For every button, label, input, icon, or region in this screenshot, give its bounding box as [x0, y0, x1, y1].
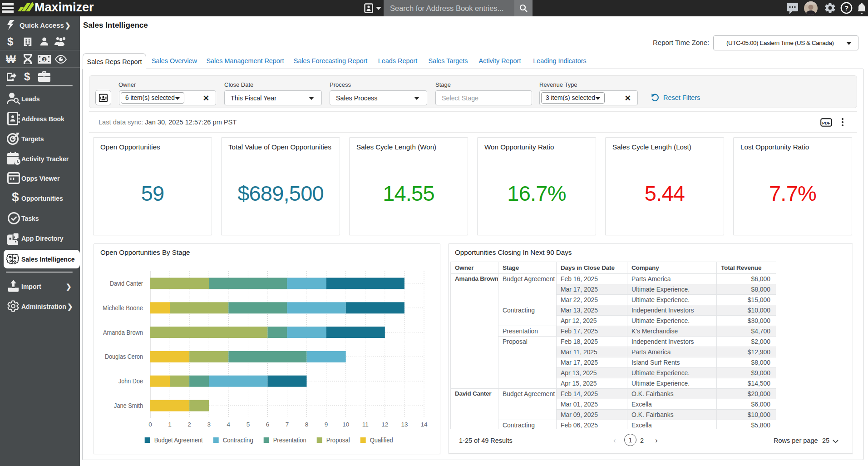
svg-text:Budget Agreement: Budget Agreement — [154, 436, 203, 444]
svg-text:13: 13 — [401, 421, 408, 428]
svg-text:11: 11 — [362, 421, 369, 428]
svg-text:Contracting: Contracting — [223, 436, 253, 444]
svg-text:Qualified: Qualified — [370, 436, 393, 444]
svg-text:PDF: PDF — [822, 121, 831, 125]
svg-text:4: 4 — [227, 421, 231, 428]
svg-text:9: 9 — [325, 421, 328, 428]
svg-text:Douglas Ceron: Douglas Ceron — [105, 353, 143, 360]
svg-text:8: 8 — [305, 421, 309, 428]
svg-text:5: 5 — [247, 421, 250, 428]
svg-text:3: 3 — [207, 421, 211, 428]
svg-text:14: 14 — [420, 421, 428, 428]
svg-text:6: 6 — [266, 421, 270, 428]
svg-text:?: ? — [844, 4, 848, 12]
svg-text:Michelle Boone: Michelle Boone — [103, 304, 143, 312]
svg-text:Jane Smith: Jane Smith — [114, 402, 143, 409]
svg-text:Amanda Brown: Amanda Brown — [103, 329, 143, 336]
svg-text:10: 10 — [342, 421, 349, 428]
svg-text:Presentation: Presentation — [273, 436, 306, 444]
svg-text:12: 12 — [381, 421, 388, 428]
svg-text:David Canter: David Canter — [110, 280, 143, 287]
svg-text:1: 1 — [168, 421, 172, 428]
svg-text:0: 0 — [148, 421, 152, 428]
svg-text:Proposal: Proposal — [326, 436, 350, 444]
svg-text:2: 2 — [187, 421, 191, 428]
svg-text:7: 7 — [286, 421, 289, 428]
svg-text:John Doe: John Doe — [118, 377, 143, 385]
svg-text:1: 1 — [43, 57, 45, 62]
